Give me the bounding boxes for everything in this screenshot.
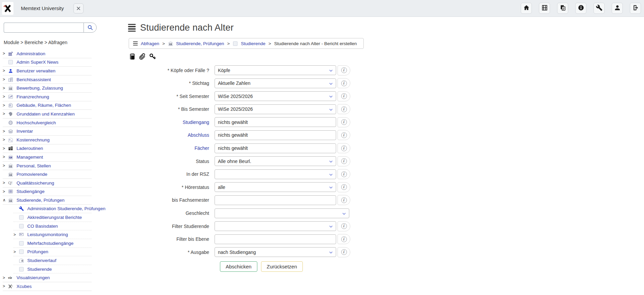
seit-semester-select[interactable]: WiSe 2025/2026 — [215, 91, 336, 101]
tab-close-button[interactable] — [73, 3, 84, 13]
hörerstatus-info-button[interactable]: i — [337, 182, 350, 192]
köpfe-oder-fälle-select[interactable]: Köpfe — [215, 65, 336, 75]
q-mark-icon: Q! — [8, 180, 15, 186]
ausgabe-info-button[interactable]: i — [337, 247, 350, 257]
chevron-down-icon — [328, 172, 333, 177]
bis-fachsemester-input[interactable] — [215, 195, 336, 205]
breadcrumb-studierende-prüfungen[interactable]: Studierende, Prüfungen — [176, 41, 224, 46]
expand-icon: > — [3, 189, 8, 194]
sidebar-item-laderoutinen[interactable]: >Laderoutinen — [3, 144, 92, 153]
sidebar-item-co-basisdaten[interactable]: CO Basisdaten — [13, 222, 92, 231]
info-icon: i — [341, 93, 347, 99]
sidebar-item-grunddaten-und-kennzahlen[interactable]: >Grunddaten und Kennzahlen — [3, 110, 92, 119]
köpfe-oder-fälle-info-button[interactable]: i — [337, 65, 350, 75]
sidebar-item-inventar[interactable]: >Inventar — [3, 127, 92, 136]
book-icon[interactable] — [129, 53, 137, 61]
filter-bis-ebene-info-button[interactable]: i — [337, 234, 350, 244]
sidebar-item-xcubes[interactable]: >Xcubes — [3, 282, 92, 291]
menu-icon[interactable] — [133, 41, 138, 45]
sidebar-item-bewerbung-zulassung[interactable]: >Bewerbung, Zulassung — [3, 84, 92, 93]
bis-fachsemester-info-button[interactable]: i — [337, 195, 350, 205]
studiengang-info-button[interactable]: i — [337, 117, 350, 127]
filter-studierende-select[interactable] — [215, 221, 336, 231]
hörerstatus-select[interactable]: alle — [215, 182, 336, 192]
sidebar-item-label: Admin SuperX News — [17, 60, 59, 65]
sidebar-item-mehrfachstudiengänge[interactable]: Mehrfachstudiengänge — [13, 239, 92, 248]
status-info-button[interactable]: i — [337, 156, 350, 166]
sidebar-item-personal-stellen[interactable]: >Personal, Stellen — [3, 162, 92, 170]
logo-x-icon — [3, 4, 12, 13]
search-button[interactable] — [84, 23, 97, 33]
sidebar-item-finanzrechnung[interactable]: >Finanzrechnung — [3, 93, 92, 101]
modules-button[interactable] — [539, 3, 550, 14]
settings-icon — [596, 4, 603, 12]
sidebar-item-hochschulvergleich[interactable]: Hochschulvergleich — [3, 119, 92, 127]
submit-button[interactable]: Abschicken — [220, 261, 257, 272]
stichtag-select[interactable]: Aktuelle Zahlen — [215, 78, 336, 88]
info-button[interactable] — [575, 3, 586, 14]
bis-semester-info-button[interactable]: i — [337, 104, 350, 114]
in-der-rsz-select[interactable] — [215, 169, 336, 179]
empty-box-icon — [233, 41, 238, 46]
search-input[interactable] — [4, 23, 84, 33]
expand-icon: > — [3, 94, 8, 99]
sidebar-item-studienverlauf[interactable]: Studienverlauf — [13, 256, 92, 265]
settings-button[interactable] — [593, 3, 605, 14]
sidebar-item-visualisierungen[interactable]: >vizVisualisierungen — [3, 273, 92, 282]
documents-button[interactable] — [557, 3, 568, 14]
form-row-bis-fachsemester: bis Fachsemesteri — [128, 195, 384, 205]
sidebar-item-management[interactable]: >Management — [3, 153, 92, 162]
sidebar-item-studierende[interactable]: Studierende — [13, 265, 92, 274]
status-select[interactable]: Alle ohne Beurl. — [215, 156, 336, 166]
chevron-down-icon — [328, 185, 333, 190]
sidebar-item-studierende-prüfungen[interactable]: ∧Studierende, Prüfungen — [3, 196, 92, 205]
logout-button[interactable] — [630, 3, 641, 14]
sidebar-item-label: Visualisierungen — [17, 275, 50, 280]
empty-box-icon — [19, 266, 26, 272]
reset-button[interactable]: Zurücksetzen — [261, 261, 303, 272]
sidebar-item-prüfungen[interactable]: >Prüfungen — [13, 248, 92, 257]
filter-bis-ebene-input[interactable] — [215, 234, 336, 244]
user-button[interactable] — [612, 3, 623, 14]
sidebar-item-label: Mehrfachstudiengänge — [27, 241, 73, 246]
fächer-input[interactable] — [215, 143, 336, 153]
user-icon — [614, 4, 621, 12]
house-dots-icon — [19, 258, 26, 263]
sidebar-item-akkreditierungsrat-berichte[interactable]: Akkreditierungsrat Berichte — [13, 213, 92, 222]
breadcrumb-studierende[interactable]: Studierende — [241, 41, 265, 46]
expand-icon: > — [13, 250, 19, 254]
stichtag-info-button[interactable]: i — [337, 78, 350, 88]
sidebar-item-administration[interactable]: >Administration — [3, 50, 92, 58]
ausgabe-select[interactable]: nach Studiengang — [215, 247, 336, 257]
seit-semester-info-button[interactable]: i — [337, 91, 350, 101]
sidebar-item-admin-superx-news[interactable]: Admin SuperX News — [3, 58, 92, 67]
sidebar-item-gebäude-räume-flächen[interactable]: >Gebäude, Räume, Flächen — [3, 101, 92, 110]
sidebar-item-administration-studierende-prüfungen[interactable]: Administration Studierende, Prüfungen — [13, 205, 92, 214]
expand-icon: > — [3, 155, 8, 159]
sidebar-item-studiengänge[interactable]: >Studiengänge — [3, 188, 92, 196]
paperclip-icon[interactable] — [139, 53, 147, 61]
studiengang-label[interactable]: Studiengang — [128, 120, 215, 125]
abschluss-info-button[interactable]: i — [337, 130, 350, 140]
key-icon[interactable] — [149, 53, 157, 61]
sidebar-item-berichtsassistent[interactable]: >Berichtsassistent — [3, 75, 92, 84]
sidebar-item-qualitätssicherung[interactable]: >Q!Qualitätssicherung — [3, 179, 92, 188]
sidebar-item-promovierende[interactable]: Promovierende — [3, 170, 92, 179]
filter-studierende-info-button[interactable]: i — [337, 221, 350, 231]
studiengang-input[interactable] — [215, 117, 336, 127]
report-toolbar — [129, 53, 384, 61]
breadcrumb-studierende-nach-alter-bericht-erstellen: Studierende nach Alter - Bericht erstell… — [274, 41, 357, 46]
in-der-rsz-info-button[interactable]: i — [337, 169, 350, 179]
abschluss-label[interactable]: Abschluss — [128, 132, 215, 138]
sidebar-item-benutzer-verwalten[interactable]: >Benutzer verwalten — [3, 67, 92, 75]
geschlecht-select[interactable] — [215, 208, 349, 218]
home-button[interactable] — [521, 3, 532, 14]
fächer-info-button[interactable]: i — [337, 143, 350, 153]
sidebar-item-kostenrechnung[interactable]: >Kostenrechnung — [3, 136, 92, 144]
abschluss-input[interactable] — [215, 130, 336, 140]
bis-semester-select[interactable]: WiSe 2025/2026 — [215, 104, 336, 114]
breadcrumb-abfragen[interactable]: Abfragen — [141, 41, 159, 46]
sidebar-item-label: Hochschulvergleich — [17, 120, 56, 125]
sidebar-item-leistungsmonitoring[interactable]: >Leistungsmonitoring — [13, 230, 92, 239]
fächer-label[interactable]: Fächer — [128, 145, 215, 151]
